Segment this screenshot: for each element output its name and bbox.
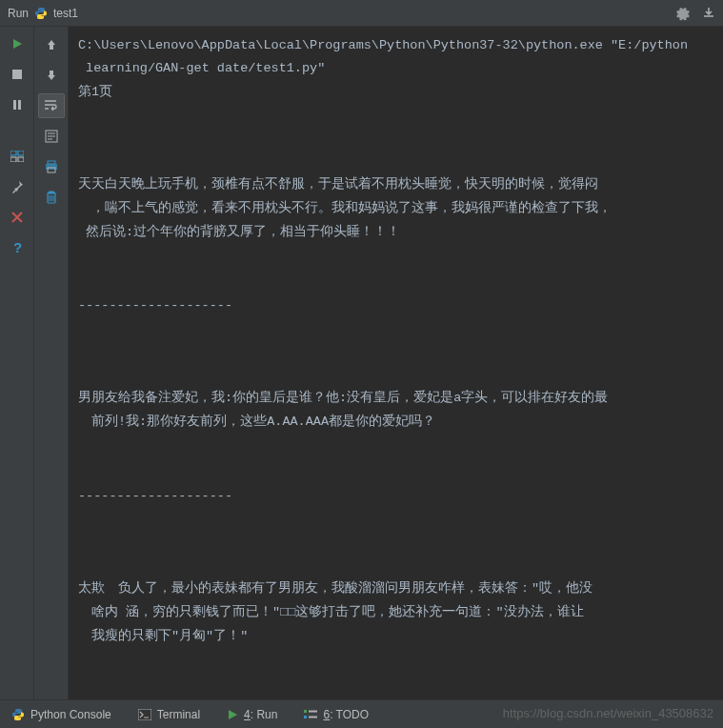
svg-rect-1	[13, 100, 16, 110]
soft-wrap-button[interactable]	[38, 93, 65, 118]
layout-button[interactable]	[6, 145, 29, 168]
svg-rect-0	[12, 70, 22, 79]
watermark-text: https://blog.csdn.net/weixin_43508632	[503, 706, 713, 720]
divider-1: --------------------	[78, 294, 713, 317]
page-label: 第1页	[78, 81, 713, 104]
up-button[interactable]	[38, 32, 65, 57]
print-button[interactable]	[38, 154, 65, 179]
story-block-3: 太欺 负人了，最小的表妹都有了男朋友，我酸溜溜问男朋友咋样，表妹答："哎，他没 …	[78, 577, 713, 649]
todo-icon	[304, 709, 317, 720]
run-label: Run	[8, 7, 29, 20]
clear-all-button[interactable]	[38, 185, 65, 210]
exec-path-line2: learning/GAN-get date/test1.py"	[78, 57, 713, 80]
svg-rect-14	[309, 710, 317, 712]
console-output[interactable]: C:\Users\Lenovo\AppData\Local\Programs\P…	[69, 27, 723, 699]
stop-button[interactable]	[6, 63, 29, 86]
terminal-icon	[138, 709, 151, 720]
python-icon	[11, 708, 25, 721]
settings-icon[interactable]	[675, 6, 691, 21]
svg-rect-5	[10, 157, 16, 162]
pin-button[interactable]	[6, 175, 29, 198]
tab-run[interactable]: 4: Run	[223, 708, 281, 721]
svg-rect-12	[138, 709, 151, 720]
svg-rect-16	[309, 716, 317, 718]
tab-todo[interactable]: 6: TODO	[300, 708, 372, 721]
script-name: test1	[53, 7, 78, 20]
svg-rect-15	[304, 716, 307, 718]
hide-icon[interactable]	[702, 6, 715, 21]
svg-rect-13	[304, 710, 307, 713]
tab-python-console[interactable]: Python Console	[8, 708, 115, 721]
tab-label: Python Console	[30, 708, 111, 721]
help-button[interactable]: ?	[6, 236, 29, 259]
python-file-icon	[34, 7, 48, 20]
story-block-1: 天天白天晚上玩手机，颈椎有点不舒服，于是试着不用枕头睡觉，快天明的时候，觉得闷 …	[78, 173, 713, 245]
svg-rect-6	[18, 157, 24, 162]
rerun-button[interactable]	[6, 32, 29, 55]
svg-text:?: ?	[13, 240, 22, 255]
svg-rect-9	[48, 161, 55, 164]
svg-rect-3	[10, 151, 16, 155]
console-actions-toolbar	[34, 27, 69, 699]
down-button[interactable]	[38, 63, 65, 88]
close-button[interactable]	[6, 206, 29, 229]
divider-2: --------------------	[78, 485, 713, 508]
run-tool-header: Run test1	[0, 0, 723, 27]
run-actions-toolbar: ?	[0, 27, 34, 699]
scroll-to-end-button[interactable]	[38, 124, 65, 149]
bottom-tool-tabs: Python Console Terminal 4: Run 6: TODO h…	[0, 699, 723, 728]
svg-rect-4	[18, 151, 24, 155]
tab-label: Terminal	[157, 708, 200, 721]
svg-rect-2	[18, 100, 21, 110]
tab-terminal[interactable]: Terminal	[134, 708, 204, 721]
exec-path-line: C:\Users\Lenovo\AppData\Local\Programs\P…	[78, 34, 713, 57]
run-icon	[227, 709, 238, 720]
story-block-2: 男朋友给我备注爱妃，我:你的皇后是谁？他:没有皇后，爱妃是a字头，可以排在好友的…	[78, 387, 713, 435]
pause-button[interactable]	[6, 93, 29, 116]
